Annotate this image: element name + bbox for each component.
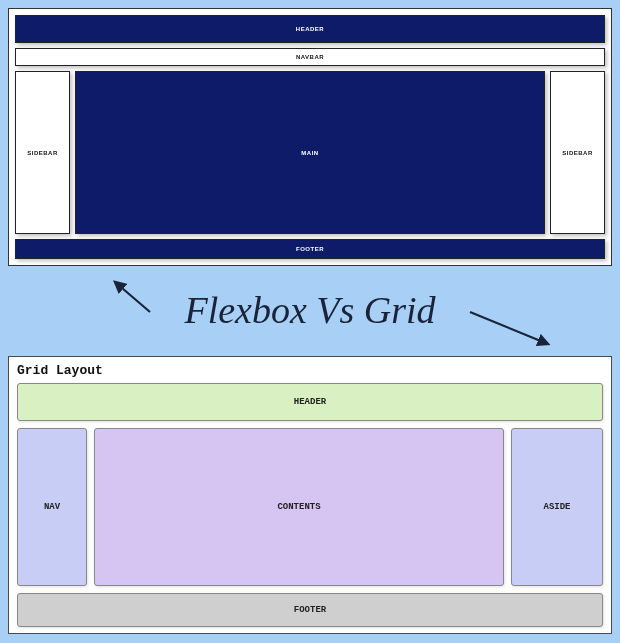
arrow-to-grid [470, 312, 548, 344]
grid-layout-example: Grid Layout HEADER NAV CONTENTS ASIDE FO… [8, 356, 612, 634]
grid-footer: FOOTER [17, 593, 603, 627]
flex-footer: FOOTER [15, 239, 605, 259]
grid-card-title: Grid Layout [17, 363, 603, 378]
flex-navbar: NAVBAR [15, 48, 605, 66]
comparison-title-wrap: Flexbox Vs Grid [0, 272, 620, 347]
flexbox-layout-example: HEADER NAVBAR SIDEBAR MAIN SIDEBAR FOOTE… [8, 8, 612, 266]
flex-header: HEADER [15, 15, 605, 43]
arrow-to-flexbox [115, 282, 150, 312]
flex-sidebar-left: SIDEBAR [15, 71, 70, 234]
grid-contents: CONTENTS [94, 428, 504, 586]
grid-aside: ASIDE [511, 428, 603, 586]
comparison-title: Flexbox Vs Grid [184, 288, 435, 332]
flex-sidebar-right: SIDEBAR [550, 71, 605, 234]
flex-main: MAIN [75, 71, 545, 234]
grid-header: HEADER [17, 383, 603, 421]
grid-nav: NAV [17, 428, 87, 586]
grid-area: HEADER NAV CONTENTS ASIDE FOOTER [17, 383, 603, 627]
